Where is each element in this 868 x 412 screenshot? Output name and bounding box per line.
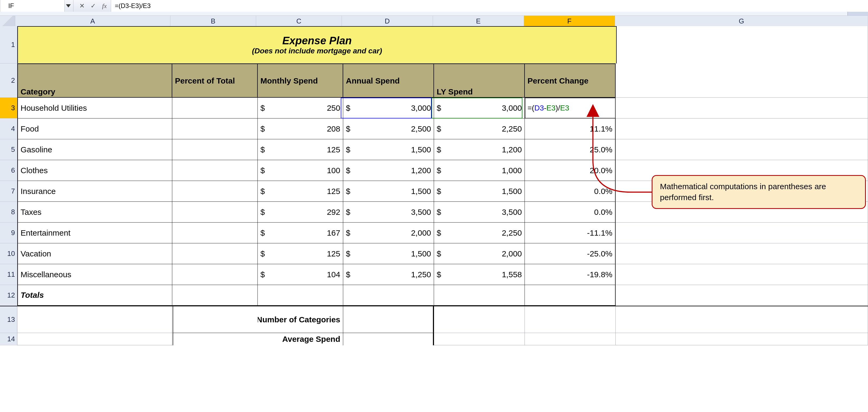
cancel-icon[interactable]: ✕: [78, 2, 86, 10]
col-header-E[interactable]: E: [433, 16, 524, 26]
cell-D9[interactable]: $2,000: [343, 222, 434, 243]
cell-F5[interactable]: 25.0%: [525, 139, 616, 160]
cell-G9[interactable]: [616, 222, 868, 243]
cell-F3[interactable]: =(D3-E3)/E3: [525, 98, 616, 118]
cell-C12[interactable]: [258, 285, 343, 306]
cell-G11[interactable]: [616, 264, 868, 285]
cell-F13[interactable]: [525, 306, 616, 333]
cell-D6[interactable]: $1,200: [343, 160, 434, 181]
col-header-D[interactable]: D: [342, 16, 433, 26]
cell-D12[interactable]: [343, 285, 434, 306]
cell-C14-label[interactable]: Average Spend: [258, 333, 343, 345]
cell-D11[interactable]: $1,250: [343, 264, 434, 285]
cell-F6[interactable]: 20.0%: [525, 160, 616, 181]
col-header-F[interactable]: F: [524, 16, 615, 26]
cell-D7[interactable]: $1,500: [343, 181, 434, 202]
cell-B12[interactable]: [172, 285, 258, 306]
cell-E5[interactable]: $1,200: [434, 139, 525, 160]
cell-C5[interactable]: $125: [258, 139, 343, 160]
cell-G14[interactable]: [616, 333, 868, 345]
row-header-1[interactable]: 1: [0, 26, 18, 64]
header-category[interactable]: Category: [18, 64, 172, 98]
row-header-13[interactable]: 13: [0, 306, 18, 333]
cell-A8[interactable]: Taxes: [18, 202, 172, 222]
cell-B5[interactable]: [172, 139, 258, 160]
cell-C4[interactable]: $208: [258, 118, 343, 139]
cell-A3[interactable]: Household Utilities: [18, 98, 172, 118]
cell-C13-label[interactable]: Number of Categories: [258, 306, 343, 333]
cell-A13[interactable]: [18, 306, 172, 333]
cell-F4[interactable]: 11.1%: [525, 118, 616, 139]
cell-E14[interactable]: [434, 333, 525, 345]
row-header-11[interactable]: 11: [0, 264, 18, 285]
cell-F11[interactable]: -19.8%: [525, 264, 616, 285]
cell-G5[interactable]: [616, 139, 868, 160]
cell-E7[interactable]: $1,500: [434, 181, 525, 202]
cell-C6[interactable]: $100: [258, 160, 343, 181]
cell-E3[interactable]: $3,000: [434, 98, 525, 118]
cell-D4[interactable]: $2,500: [343, 118, 434, 139]
row-header-14[interactable]: 14: [0, 333, 18, 345]
cell-B11[interactable]: [172, 264, 258, 285]
cell-A9[interactable]: Entertainment: [18, 222, 172, 243]
row-header-7[interactable]: 7: [0, 181, 18, 202]
cell-B14-label[interactable]: [172, 333, 258, 345]
cell-A10[interactable]: Vacation: [18, 243, 172, 264]
cell-D3[interactable]: $3,000: [343, 98, 434, 118]
insert-function-icon[interactable]: fx: [101, 2, 108, 10]
enter-icon[interactable]: ✓: [90, 2, 97, 10]
cell-D13[interactable]: [343, 306, 434, 333]
cell-F8[interactable]: 0.0%: [525, 202, 616, 222]
cell-G2[interactable]: [616, 64, 868, 98]
cell-D10[interactable]: $1,500: [343, 243, 434, 264]
row-header-9[interactable]: 9: [0, 222, 18, 243]
row-header-8[interactable]: 8: [0, 202, 18, 222]
name-box-dropdown-icon[interactable]: [65, 2, 72, 10]
cell-B10[interactable]: [172, 243, 258, 264]
cell-G12[interactable]: [616, 285, 868, 306]
cell-A11[interactable]: Miscellaneous: [18, 264, 172, 285]
cell-E6[interactable]: $1,000: [434, 160, 525, 181]
cell-F14[interactable]: [525, 333, 616, 345]
cell-E8[interactable]: $3,500: [434, 202, 525, 222]
cell-E4[interactable]: $2,250: [434, 118, 525, 139]
row-header-12[interactable]: 12: [0, 285, 18, 306]
row-header-5[interactable]: 5: [0, 139, 18, 160]
col-header-C[interactable]: C: [256, 16, 342, 26]
cell-B9[interactable]: [172, 222, 258, 243]
col-header-G[interactable]: G: [615, 16, 868, 26]
row-header-4[interactable]: 4: [0, 118, 18, 139]
header-percent-change[interactable]: Percent Change: [525, 64, 616, 98]
header-ly-spend[interactable]: LY Spend: [434, 64, 525, 98]
cell-F10[interactable]: -25.0%: [525, 243, 616, 264]
cell-G13[interactable]: [616, 306, 868, 333]
cell-B4[interactable]: [172, 118, 258, 139]
cell-E12[interactable]: [434, 285, 525, 306]
cell-G3[interactable]: [616, 98, 868, 118]
title-cell[interactable]: Expense Plan (Does not include mortgage …: [18, 26, 617, 64]
cell-B8[interactable]: [172, 202, 258, 222]
col-header-B[interactable]: B: [170, 16, 256, 26]
header-annual-spend[interactable]: Annual Spend: [343, 64, 434, 98]
cell-G10[interactable]: [616, 243, 868, 264]
cell-F7[interactable]: 0.0%: [525, 181, 616, 202]
cell-A7[interactable]: Insurance: [18, 181, 172, 202]
cell-A14[interactable]: [18, 333, 172, 345]
name-box[interactable]: IF: [0, 0, 65, 12]
formula-input[interactable]: =(D3-E3)/E3: [111, 0, 868, 12]
cell-B13-label[interactable]: [172, 306, 258, 333]
row-header-3[interactable]: 3: [0, 98, 18, 118]
cell-C3[interactable]: $250: [258, 98, 343, 118]
cell-C11[interactable]: $104: [258, 264, 343, 285]
col-header-A[interactable]: A: [15, 16, 170, 26]
cell-D14[interactable]: [343, 333, 434, 345]
cell-G4[interactable]: [616, 118, 868, 139]
row-header-10[interactable]: 10: [0, 243, 18, 264]
cell-C10[interactable]: $125: [258, 243, 343, 264]
cell-D8[interactable]: $3,500: [343, 202, 434, 222]
cell-A5[interactable]: Gasoline: [18, 139, 172, 160]
header-percent-total[interactable]: Percent of Total: [172, 64, 258, 98]
row-header-6[interactable]: 6: [0, 160, 18, 181]
cell-E13[interactable]: [434, 306, 525, 333]
cell-C8[interactable]: $292: [258, 202, 343, 222]
